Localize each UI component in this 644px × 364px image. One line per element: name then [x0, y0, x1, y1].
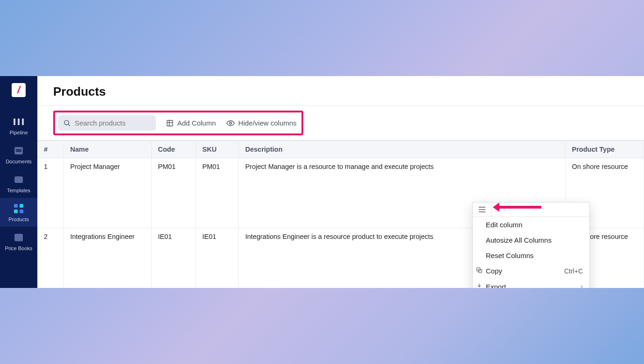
sidebar-item-products[interactable]: Products	[0, 198, 37, 227]
cell-number: 2	[37, 228, 63, 288]
templates-icon	[14, 176, 23, 183]
products-icon	[14, 204, 23, 213]
sidebar-item-pipeline[interactable]: Pipeline	[0, 111, 37, 140]
search-icon	[63, 119, 71, 127]
hamburger-icon	[479, 207, 485, 212]
column-header-name[interactable]: Name	[63, 141, 151, 158]
sidebar-item-label: Price Books	[5, 245, 33, 251]
cell-name: Project Manager	[63, 158, 151, 228]
context-menu-copy[interactable]: Copy Ctrl+C	[473, 263, 589, 279]
column-header-product-type[interactable]: Product Type	[565, 141, 644, 158]
cell-code: IE01	[151, 228, 196, 288]
sidebar: / Pipeline Documents Templates Products …	[0, 76, 37, 288]
sidebar-item-label: Templates	[7, 188, 30, 193]
search-input-wrap[interactable]	[58, 115, 156, 131]
sidebar-item-price-books[interactable]: Price Books	[0, 227, 37, 256]
toolbar: Add Column Hide/view columns	[37, 105, 644, 140]
context-menu-header	[473, 203, 589, 217]
context-menu-hamburger-button[interactable]	[473, 203, 491, 217]
column-header-number[interactable]: #	[37, 141, 63, 158]
cell-code: PM01	[151, 158, 196, 228]
keyboard-shortcut: Ctrl+C	[564, 267, 583, 275]
pipeline-icon	[14, 117, 24, 127]
cell-number: 1	[37, 158, 63, 228]
column-context-menu: Edit column Autosize All Columns Reset C…	[472, 202, 590, 288]
main-panel: Products Add Column Hide/view columns	[37, 76, 644, 288]
copy-icon	[476, 267, 483, 275]
cell-sku: IE01	[196, 228, 238, 288]
sidebar-item-label: Pipeline	[9, 130, 28, 135]
search-input[interactable]	[75, 119, 150, 127]
download-icon	[476, 283, 483, 288]
context-menu-edit-column[interactable]: Edit column	[473, 217, 589, 232]
svg-line-1	[68, 124, 70, 126]
cell-sku: PM01	[196, 158, 238, 228]
annotation-highlight: Add Column Hide/view columns	[53, 111, 303, 135]
chevron-right-icon: ›	[581, 282, 583, 288]
column-header-sku[interactable]: SKU	[196, 141, 238, 158]
app-logo: /	[12, 83, 26, 97]
annotation-arrow	[499, 206, 541, 209]
app-window: / Pipeline Documents Templates Products …	[0, 76, 644, 288]
products-table-wrap: # Name Code SKU Description Product Type…	[37, 140, 644, 288]
context-menu-autosize[interactable]: Autosize All Columns	[473, 232, 589, 248]
column-header-description[interactable]: Description	[238, 141, 565, 158]
sidebar-item-templates[interactable]: Templates	[0, 169, 37, 198]
add-column-button[interactable]: Add Column	[166, 119, 216, 127]
cell-name: Integrations Engineer	[63, 228, 151, 288]
sidebar-item-documents[interactable]: Documents	[0, 140, 37, 169]
context-menu-reset[interactable]: Reset Columns	[473, 248, 589, 263]
context-menu-export[interactable]: Export ›	[473, 279, 589, 288]
column-header-code[interactable]: Code	[151, 141, 196, 158]
price-books-icon	[14, 234, 23, 241]
sidebar-item-label: Products	[8, 217, 28, 222]
documents-icon	[14, 147, 23, 154]
svg-point-5	[229, 122, 231, 124]
table-icon	[166, 119, 174, 127]
svg-point-0	[64, 120, 69, 125]
svg-rect-2	[167, 120, 173, 126]
eye-icon	[226, 119, 235, 127]
hide-columns-button[interactable]: Hide/view columns	[226, 119, 297, 127]
sidebar-item-label: Documents	[6, 159, 32, 164]
page-title: Products	[37, 76, 644, 105]
